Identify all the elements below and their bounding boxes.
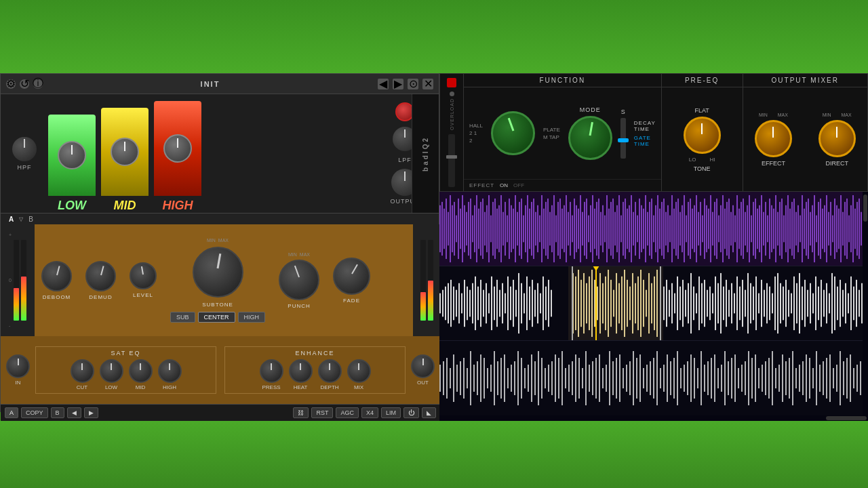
vu-bar-1 xyxy=(14,240,19,321)
heat-knob[interactable] xyxy=(289,359,313,383)
mix-knob[interactable] xyxy=(347,359,371,383)
agc-button[interactable]: AGC xyxy=(336,407,359,418)
svg-rect-110 xyxy=(663,199,665,259)
expand-btn[interactable]: ◣ xyxy=(422,407,436,418)
direct-range-labels: MIN MAX xyxy=(823,113,852,117)
svg-rect-155 xyxy=(755,199,756,259)
high-band-bar xyxy=(154,101,201,196)
svg-rect-13 xyxy=(466,212,467,246)
svg-rect-438 xyxy=(701,351,702,405)
vu-bar-r2 xyxy=(428,240,433,321)
vu-bar-r1 xyxy=(420,240,426,321)
tab-b[interactable]: B xyxy=(26,215,36,224)
svg-rect-304 xyxy=(715,277,716,330)
close-btn[interactable]: ✕ xyxy=(422,79,433,89)
waveform-track-2 xyxy=(439,266,868,341)
redo-btn[interactable]: ▶ xyxy=(84,407,98,418)
h-scrollbar[interactable] xyxy=(439,415,868,421)
in-knob[interactable] xyxy=(6,354,30,378)
svg-rect-426 xyxy=(660,368,661,388)
depth-knob[interactable] xyxy=(318,359,342,383)
lim-button[interactable]: LIM xyxy=(381,407,401,418)
undo-btn[interactable]: ◀ xyxy=(67,407,81,418)
svg-rect-404 xyxy=(585,351,587,405)
settings-icon[interactable]: ⚙ xyxy=(6,79,16,89)
h-scrollbar-thumb[interactable] xyxy=(826,416,867,420)
reverb-window: OVERLOAD FUNCTION HALL 2 1 2 PLATE M TAP xyxy=(439,73,868,192)
svg-rect-364 xyxy=(450,368,451,388)
high-btn[interactable]: HIGH xyxy=(238,312,266,323)
config-btn[interactable]: ⊙ xyxy=(408,79,418,89)
undo-icon[interactable]: ↺ xyxy=(20,79,29,89)
link-btn[interactable]: ⛓ xyxy=(293,407,309,418)
svg-rect-152 xyxy=(749,195,750,262)
svg-rect-113 xyxy=(669,216,671,243)
subtone-knob[interactable] xyxy=(193,247,243,298)
reverb-main-knob[interactable] xyxy=(491,111,535,155)
effect-mixer-knob[interactable] xyxy=(755,120,792,157)
svg-rect-43 xyxy=(527,195,528,262)
deboom-knob[interactable] xyxy=(41,261,72,291)
high-sat-knob[interactable] xyxy=(158,359,182,383)
rst-button[interactable]: RST xyxy=(311,407,333,418)
mid-sat-knob[interactable] xyxy=(129,359,153,383)
x4-button[interactable]: X4 xyxy=(361,407,378,418)
fader-thumb[interactable] xyxy=(446,155,457,159)
svg-rect-82 xyxy=(606,195,608,262)
mid-band-knob[interactable] xyxy=(111,138,139,166)
fade-knob[interactable] xyxy=(333,258,370,295)
out-knob[interactable] xyxy=(411,354,435,378)
demud-knob[interactable] xyxy=(85,261,116,291)
punch-knob[interactable] xyxy=(279,260,319,300)
eq-band-mid: MID xyxy=(101,108,149,213)
direct-mixer-knob[interactable] xyxy=(818,120,856,157)
svg-rect-206 xyxy=(859,199,860,259)
sub-btn[interactable]: SUB xyxy=(170,312,195,323)
svg-rect-131 xyxy=(706,205,707,252)
v-scrollbar-thumb[interactable] xyxy=(863,195,867,222)
svg-rect-341 xyxy=(815,277,816,330)
b-button[interactable]: B xyxy=(51,407,64,418)
hpf-knob[interactable] xyxy=(12,137,37,161)
svg-rect-102 xyxy=(647,212,648,246)
press-knob[interactable] xyxy=(260,359,283,383)
decay-slider[interactable] xyxy=(620,118,626,159)
svg-rect-177 xyxy=(800,216,801,243)
a-button[interactable]: A xyxy=(5,407,18,418)
subtone-buttons: SUB CENTER HIGH xyxy=(170,312,265,323)
svg-rect-414 xyxy=(619,354,620,402)
svg-rect-171 xyxy=(787,195,789,262)
svg-rect-90 xyxy=(623,202,624,256)
svg-rect-31 xyxy=(502,212,504,246)
low-sat-label: LOW xyxy=(105,384,117,390)
svg-rect-212 xyxy=(442,290,443,317)
svg-rect-411 xyxy=(609,351,610,405)
power-toolbar-btn[interactable]: ⏻ xyxy=(403,407,419,418)
svg-rect-6 xyxy=(452,205,453,252)
high-band-knob[interactable] xyxy=(163,134,192,163)
svg-rect-398 xyxy=(565,368,566,388)
svg-rect-114 xyxy=(671,195,673,262)
reverb-mode-knob[interactable] xyxy=(568,116,612,160)
pre-eq-knob[interactable] xyxy=(684,117,721,154)
svg-rect-387 xyxy=(528,365,529,392)
svg-rect-325 xyxy=(772,293,773,314)
low-sat-knob[interactable] xyxy=(100,359,123,383)
level-knob[interactable] xyxy=(130,262,157,289)
center-btn[interactable]: CENTER xyxy=(198,312,235,323)
svg-rect-445 xyxy=(724,351,726,405)
info-icon[interactable]: ⓘ xyxy=(33,79,43,89)
svg-rect-1 xyxy=(441,202,443,256)
next-btn[interactable]: ▶ xyxy=(393,79,403,89)
svg-rect-55 xyxy=(551,205,553,252)
top-bar: ⚙ ↺ ⓘ INIT ◀ ▶ ⊙ ✕ xyxy=(1,74,439,94)
tab-a[interactable]: A xyxy=(6,215,16,224)
svg-rect-394 xyxy=(551,361,553,395)
copy-button[interactable]: COPY xyxy=(21,407,48,418)
svg-rect-329 xyxy=(783,287,784,321)
v-scrollbar-right[interactable] xyxy=(863,192,868,415)
prev-btn[interactable]: ◀ xyxy=(378,79,389,89)
low-band-knob[interactable] xyxy=(58,141,86,169)
time-labels: DECAY TIME GATE TIME xyxy=(634,120,656,147)
cut-knob[interactable] xyxy=(71,359,94,383)
